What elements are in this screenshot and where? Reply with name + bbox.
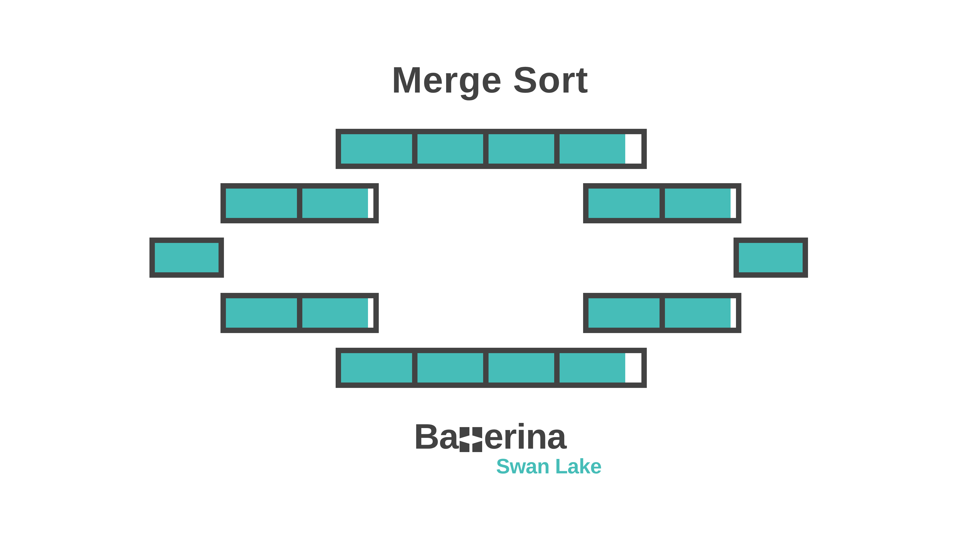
array-cell [739,243,803,272]
array-cell [341,134,412,164]
array-cell [341,353,412,383]
brand-logo: Ba erina Swan Lake [0,419,980,478]
array-cell [660,189,730,218]
logo-mark-icon [459,423,483,450]
array-cell [483,134,554,164]
array-block [336,348,647,388]
logo-subtitle: Swan Lake [496,454,601,478]
array-cell [589,298,660,328]
svg-marker-1 [473,427,482,438]
array-cell [660,298,730,328]
array-cell [412,353,483,383]
svg-marker-0 [460,427,469,438]
array-block [221,293,379,333]
array-block [336,129,647,169]
array-cell [554,134,625,164]
array-block [733,238,808,278]
array-block [150,238,224,278]
array-cell [412,134,483,164]
array-cell [155,243,218,272]
logo-wordmark: Ba erina [414,419,566,454]
logo-text-suffix: erina [484,419,566,454]
array-cell [226,298,297,328]
svg-marker-2 [460,441,469,452]
diagram-canvas: Merge Sort Ba erina Swan Lake [0,0,980,551]
diagram-title: Merge Sort [0,59,980,101]
array-cell [483,353,554,383]
array-cell [297,298,368,328]
array-cell [554,353,625,383]
array-block [583,183,741,223]
array-cell [297,189,368,218]
svg-marker-3 [473,441,482,452]
array-cell [226,189,297,218]
array-cell [589,189,660,218]
array-block [583,293,741,333]
logo-text-prefix: Ba [414,419,458,454]
array-block [221,183,379,223]
